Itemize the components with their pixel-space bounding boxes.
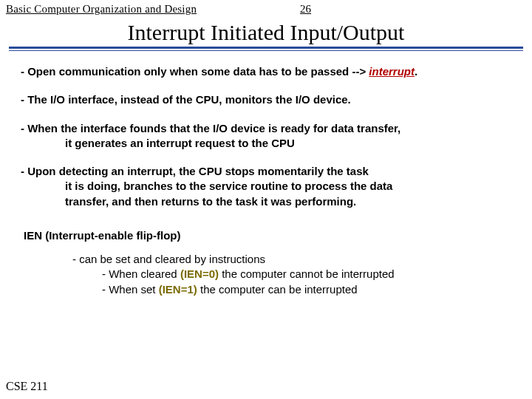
divider-thick	[9, 47, 523, 49]
title-block: Interrupt Initiated Input/Output	[9, 20, 523, 51]
slide-content: - Open communication only when some data…	[0, 51, 532, 297]
ien-heading: IEN (Interrupt-enable flip-flop)	[24, 228, 511, 243]
bullet-4-line1: - Upon detecting an interrupt, the CPU s…	[21, 164, 511, 179]
course-topic: Basic Computer Organization and Design	[6, 3, 197, 16]
bullet-2: - The I/O interface, instead of the CPU,…	[21, 92, 511, 107]
bullet-4-line3: transfer, and then returns to the task i…	[21, 194, 511, 209]
bullet-4: - Upon detecting an interrupt, the CPU s…	[21, 164, 511, 209]
bullet-2-text: - The I/O interface, instead of the CPU,…	[21, 93, 351, 106]
ien-sub3: - When set (IEN=1) the computer can be i…	[102, 282, 511, 297]
bullet-1-post: .	[415, 65, 417, 78]
bullet-4-line2: it is doing, branches to the service rou…	[21, 179, 511, 194]
ien-sub2-post: the computer cannot be interrupted	[219, 267, 395, 280]
bullet-1: - Open communication only when some data…	[21, 64, 511, 79]
slide-title: Interrupt Initiated Input/Output	[9, 20, 523, 47]
slide-header: Basic Computer Organization and Design 2…	[0, 0, 532, 16]
ien-sub2-pre: - When cleared	[102, 267, 180, 280]
bullet-3-line1: - When the interface founds that the I/O…	[21, 121, 511, 136]
course-code-footer: CSE 211	[6, 380, 48, 393]
page-number: 26	[300, 3, 311, 16]
ien-zero: (IEN=0)	[180, 267, 219, 280]
ien-sub1: - can be set and cleared by instructions	[72, 252, 511, 267]
bullet-1-text: - Open communication only when some data…	[21, 65, 369, 78]
interrupt-keyword: interrupt	[369, 65, 415, 78]
ien-sub2: - When cleared (IEN=0) the computer cann…	[102, 267, 511, 282]
ien-sub3-post: the computer can be interrupted	[197, 283, 358, 296]
ien-sub3-pre: - When set	[102, 283, 159, 296]
bullet-3: - When the interface founds that the I/O…	[21, 121, 511, 151]
ien-one: (IEN=1)	[159, 283, 197, 296]
bullet-3-line2: it generates an interrupt request to the…	[21, 136, 511, 151]
